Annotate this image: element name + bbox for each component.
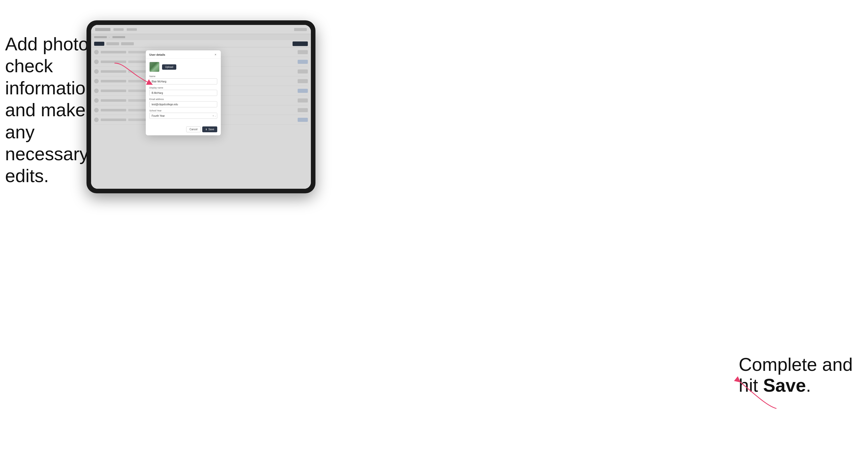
display-name-field-group: Display name [149,87,217,96]
name-input[interactable] [149,79,217,85]
display-name-input[interactable] [149,90,217,96]
select-icons: × ⌄ [212,115,216,117]
tablet-screen: › [91,25,311,189]
name-field-group: Name [149,75,217,85]
app-background: › [91,25,311,189]
upload-button[interactable]: Upload [162,64,176,70]
email-label: Email address [149,98,217,100]
modal-footer: Cancel ⬆ Save [146,124,221,135]
save-button[interactable]: ⬆ Save [202,126,217,132]
tablet-frame: › [87,20,315,193]
annotation-right: Complete and hit Save. [739,354,853,396]
select-clear-icon[interactable]: × [212,115,214,117]
close-icon[interactable]: × [214,53,217,57]
modal-dialog: User details × Upload Name [146,50,221,135]
email-input[interactable] [149,101,217,107]
school-year-field-group: School Year First Year Second Year Third… [149,110,217,119]
modal-header: User details × [146,50,221,59]
school-year-select[interactable]: First Year Second Year Third Year Fourth… [149,113,217,119]
display-name-label: Display name [149,87,217,89]
modal-body: Upload Name Display name Email addre [146,59,221,124]
email-field-group: Email address [149,98,217,107]
chevron-down-icon[interactable]: ⌄ [214,115,216,117]
cancel-button[interactable]: Cancel [186,126,201,132]
name-label: Name [149,75,217,77]
modal-title: User details [149,53,165,56]
photo-thumbnail [149,62,159,72]
photo-image [150,62,159,72]
school-year-label: School Year [149,110,217,112]
photo-upload-row: Upload [149,62,217,72]
save-icon: ⬆ [205,128,207,131]
school-year-select-wrapper: First Year Second Year Third Year Fourth… [149,113,217,119]
